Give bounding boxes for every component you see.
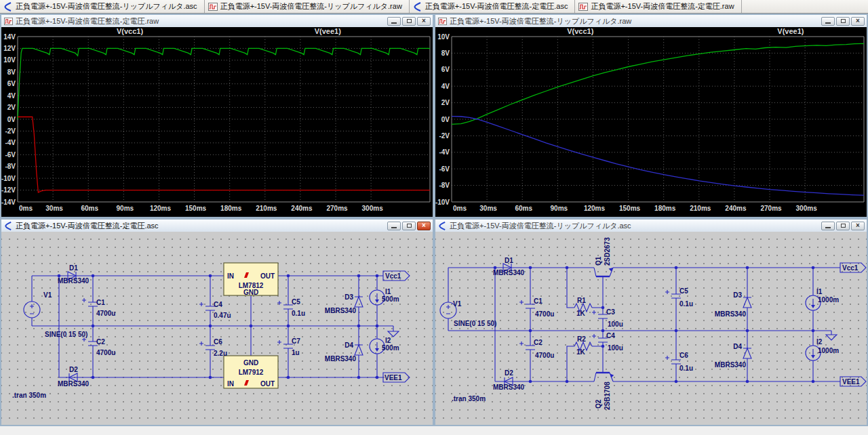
close-button[interactable]: × — [851, 17, 865, 26]
transistor-q1[interactable] — [594, 268, 613, 276]
capacitor-c4[interactable] — [592, 334, 608, 342]
ltspice-app: { "colors":{"wire":"#2626c3","trace_gree… — [0, 0, 868, 435]
capacitor-c3[interactable] — [592, 310, 608, 318]
maximize-button[interactable] — [402, 17, 416, 26]
diode-d4[interactable] — [743, 348, 751, 358]
minimize-button[interactable] — [387, 17, 401, 26]
close-button[interactable]: × — [851, 222, 865, 230]
component-label: C6 — [214, 338, 222, 346]
ground-symbol[interactable] — [826, 335, 837, 340]
component-label: VEE1 — [842, 378, 860, 386]
transistor-q2[interactable] — [594, 373, 614, 381]
junction-dot — [746, 266, 749, 270]
capacitor-c7[interactable] — [277, 340, 293, 348]
component-label: C5 — [292, 298, 300, 306]
waveform-plot-tl: 14V12V10V8V6V4V2V0V-2V-4V-6V-8V-10V-12V-… — [1, 27, 433, 217]
y-tick-label: -8V — [5, 163, 16, 170]
schematic-const-voltage: V1SINE(0 15 50)D1MBRS340C14700uC24700uD2… — [1, 232, 433, 425]
tab-const-voltage-raw[interactable]: 正負電源+-15V-両波倍電圧整流-定電圧.raw — [575, 0, 741, 13]
legend-V(vee1)[interactable]: V(vee1) — [315, 27, 341, 35]
asc-icon — [413, 2, 422, 12]
component-label: I2 — [385, 337, 391, 344]
maximize-button[interactable] — [836, 17, 850, 26]
asc-icon — [3, 2, 13, 12]
x-tick-label: 120ms — [584, 205, 606, 212]
capacitor-c1[interactable] — [519, 300, 535, 308]
close-button[interactable]: × — [417, 17, 431, 26]
diode-d3[interactable] — [355, 297, 363, 307]
component-label: D2 — [69, 366, 78, 373]
window-title-bar[interactable]: 正負電源+-15V-両波倍電圧整流-リップルフィルタ.asc × — [435, 220, 867, 232]
component-label: 500m — [382, 344, 399, 352]
diode-d3[interactable] — [743, 297, 751, 308]
minimize-button[interactable] — [821, 17, 835, 26]
maximize-button[interactable] — [836, 222, 850, 230]
schematic-canvas[interactable]: V1SINE(0 15 50)D1MBRS340C14700uC24700uD2… — [435, 232, 867, 425]
component-label: GND — [243, 359, 258, 367]
maximize-button[interactable] — [402, 222, 416, 230]
component-label: Q2 — [595, 399, 602, 409]
junction-dot — [209, 376, 212, 379]
component-label: SINE(0 15 50) — [45, 331, 87, 338]
legend-V(vee1)[interactable]: V(vee1) — [777, 27, 804, 35]
capacitor-c4[interactable] — [199, 302, 215, 310]
waveform-pane[interactable]: 10V8V6V4V2V0V-2V-4V-6V-8V-10V0ms30ms60ms… — [435, 27, 867, 217]
x-tick-label: 60ms — [81, 205, 98, 212]
capacitor-c1[interactable] — [82, 298, 98, 306]
tab-ripple-filter-asc[interactable]: 正負電源+-15V-両波倍電圧整流-リップルフィルタ.asc — [0, 0, 205, 13]
junction-dot — [601, 345, 605, 348]
tab-label: 正負電源+-15V-両波倍電圧整流-リップルフィルタ.asc — [16, 1, 197, 12]
capacitor-c6[interactable] — [199, 341, 215, 350]
trace-V(vee1)[interactable] — [452, 117, 864, 196]
junction-dot — [287, 376, 290, 379]
junction-dot — [675, 380, 678, 384]
component-label: 0.47u — [214, 312, 231, 319]
raw-icon — [438, 17, 447, 26]
y-tick-label: 10V — [3, 56, 16, 64]
minimize-button[interactable] — [387, 222, 401, 230]
component-label: I1 — [385, 288, 391, 295]
capacitor-c2[interactable] — [82, 337, 98, 346]
y-tick-label: -6V — [5, 151, 16, 159]
raw-icon — [4, 17, 13, 26]
capacitor-c6[interactable] — [665, 356, 681, 364]
junction-dot — [529, 266, 532, 270]
component-label: 4700u — [535, 310, 554, 318]
y-tick-label: 0V — [441, 116, 450, 123]
x-tick-label: 0ms — [19, 205, 33, 212]
ground-symbol[interactable] — [388, 331, 399, 337]
capacitor-c5[interactable] — [277, 301, 293, 309]
capacitor-c2[interactable] — [519, 341, 535, 350]
capacitor-c5[interactable] — [665, 290, 681, 298]
window-title-bar[interactable]: 正負電源+-15V-両波倍電圧整流-リップルフィルタ.raw × — [435, 15, 867, 27]
schematic-canvas[interactable]: V1SINE(0 15 50)D1MBRS340C14700uC24700uD2… — [1, 232, 433, 425]
tab-ripple-filter-raw[interactable]: 正負電源+-15V-両波倍電圧整流-リップルフィルタ.raw — [205, 0, 410, 13]
window-title-bar[interactable]: 正負電源+-15V-両波倍電圧整流-定電圧.raw × — [1, 15, 433, 27]
minimize-button[interactable] — [821, 222, 835, 230]
component-label: C6 — [679, 352, 688, 359]
y-tick-label: -6V — [439, 165, 450, 173]
legend-V(vcc1)[interactable]: V(vcc1) — [117, 27, 143, 35]
component-label: 100u — [608, 320, 623, 328]
schematic-labels: V1SINE(0 15 50)D1MBRS340C14700uC24700uD2… — [12, 264, 402, 399]
component-label: 1K — [576, 310, 586, 317]
component-label: 2SB1708 — [604, 381, 611, 410]
voltage-source-v1[interactable] — [24, 302, 40, 318]
y-tick-label: 2V — [7, 104, 16, 111]
junction-dot — [357, 376, 361, 379]
close-button[interactable]: × — [417, 222, 431, 230]
tab-const-voltage-asc[interactable]: 正負電源+-15V-両波倍電圧整流-定電圧.asc — [410, 0, 576, 13]
trace-V(vcc1)[interactable] — [452, 43, 864, 124]
component-label: D1 — [69, 264, 78, 272]
junction-dot — [812, 380, 815, 384]
legend-V(vcc1)[interactable]: V(vcc1) — [567, 27, 593, 35]
waveform-pane[interactable]: 14V12V10V8V6V4V2V0V-2V-4V-6V-8V-10V-12V-… — [1, 27, 433, 217]
raw-icon — [578, 2, 588, 12]
junction-dot — [376, 376, 379, 379]
diode-d4[interactable] — [355, 345, 363, 355]
window-title: 正負電源+-15V-両波倍電圧整流-定電圧.raw — [16, 16, 384, 26]
x-tick-label: 300ms — [796, 205, 818, 212]
window-title-bar[interactable]: 正負電源+-15V-両波倍電圧整流-定電圧.asc × — [1, 220, 433, 232]
window-waveform-const-voltage: 正負電源+-15V-両波倍電圧整流-定電圧.raw × 14V12V10V8V6… — [0, 14, 434, 218]
component-label: D4 — [733, 343, 742, 350]
